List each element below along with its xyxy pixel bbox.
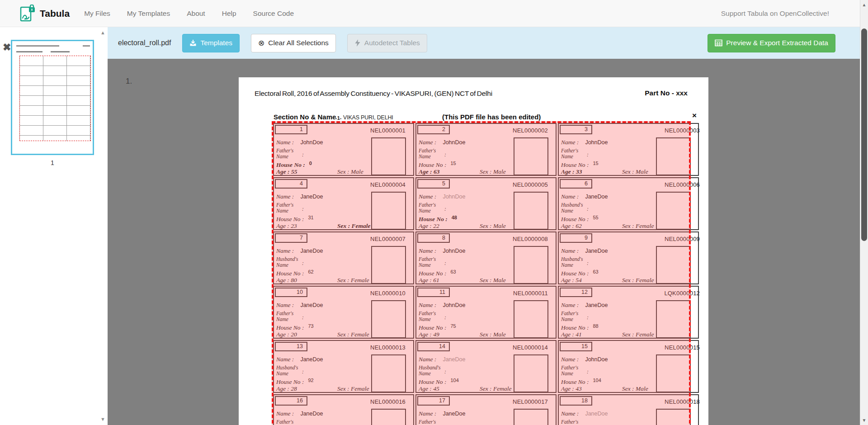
pdf-page[interactable]: Electoral Roll, 2016 of Assembly Constit… — [239, 77, 708, 425]
tabula-logo-icon — [20, 5, 35, 23]
document-filename: electoral_roll.pdf — [118, 39, 171, 47]
section-number: -1- — [335, 115, 341, 121]
page-thumbnail[interactable] — [11, 40, 94, 155]
table-selection[interactable] — [272, 121, 691, 425]
nav-my-files[interactable]: My Files — [84, 9, 110, 18]
section-label: Section No & Name — [274, 113, 336, 121]
selection-close-button[interactable]: × — [692, 112, 697, 119]
nav-about[interactable]: About — [187, 9, 205, 18]
templates-button-label: Templates — [200, 39, 232, 47]
templates-icon — [189, 39, 197, 47]
nav-source-code[interactable]: Source Code — [253, 9, 294, 18]
main-nav: My Files My Templates About Help Source … — [84, 9, 294, 18]
page-number-label: 1. — [126, 77, 132, 86]
toolbar: electoral_roll.pdf Templates ⊗ Clear All… — [108, 27, 868, 59]
table-icon — [715, 39, 722, 47]
pdf-edited-note: (This PDF file has been edited) — [442, 113, 541, 121]
scrollbar-down-icon[interactable]: ▼ — [860, 418, 868, 423]
remove-page-button[interactable]: ✖ — [3, 42, 11, 52]
pdf-part-number: Part No - xxx — [645, 89, 688, 97]
preview-export-button[interactable]: Preview & Export Extracted Data — [708, 34, 835, 52]
sidebar-scroll-up-icon[interactable]: ▲ — [100, 30, 105, 35]
thumbnail-page-number: 1 — [11, 159, 94, 166]
autodetect-tables-button[interactable]: Autodetect Tables — [347, 34, 427, 52]
clear-all-selections-button[interactable]: ⊗ Clear All Selections — [251, 34, 336, 52]
clear-circle-x-icon: ⊗ — [258, 39, 264, 47]
page-thumbnail-sidebar: ✖ 1 ▲ ▼ — [0, 27, 108, 425]
lightning-bolt-icon — [354, 39, 361, 47]
brand-title: Tabula — [40, 8, 70, 19]
window-scrollbar[interactable]: ▲ ▼ — [860, 0, 868, 425]
sidebar-scroll-down-icon[interactable]: ▼ — [100, 416, 105, 422]
thumbnail-selection-region — [19, 56, 91, 141]
scrollbar-thumb[interactable] — [861, 28, 867, 241]
nav-help[interactable]: Help — [222, 9, 236, 18]
thumbnail-page-preview — [15, 44, 91, 151]
autodetect-button-label: Autodetect Tables — [364, 39, 420, 47]
navbar: Tabula My Files My Templates About Help … — [0, 0, 868, 27]
templates-button[interactable]: Templates — [182, 34, 240, 52]
nav-my-templates[interactable]: My Templates — [127, 9, 170, 18]
pdf-viewer-area: 1. Electoral Roll, 2016 of Assembly Cons… — [108, 59, 868, 425]
scrollbar-up-icon[interactable]: ▲ — [860, 2, 868, 7]
support-link[interactable]: Support Tabula on OpenCollective! — [721, 9, 829, 18]
export-button-label: Preview & Export Extracted Data — [726, 39, 828, 47]
clear-button-label: Clear All Selections — [268, 39, 329, 47]
brand[interactable]: Tabula — [20, 5, 70, 23]
pdf-document-title: Electoral Roll, 2016 of Assembly Constit… — [255, 90, 492, 98]
section-name: VIKAS PURI, DELHI — [343, 114, 393, 121]
